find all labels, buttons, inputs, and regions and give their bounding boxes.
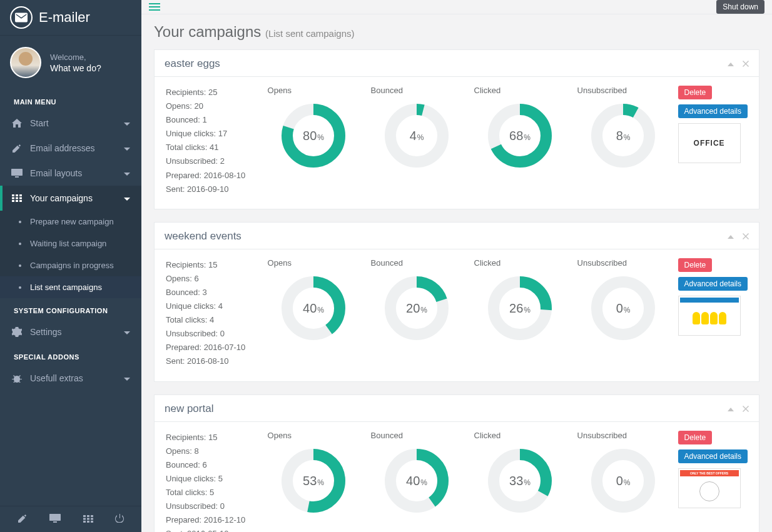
donut-chart: 40% xyxy=(382,446,451,515)
donut-chart: 68% xyxy=(485,101,554,170)
donut-header-bounced: Bounced xyxy=(368,258,465,268)
donut-chart: 8% xyxy=(589,101,658,170)
close-icon[interactable] xyxy=(743,231,749,241)
chevron-down-icon xyxy=(124,168,130,178)
sub-prepare[interactable]: Prepare new campaign xyxy=(0,211,141,233)
donut-chart: 20% xyxy=(382,274,451,343)
campaign-title: easter eggs xyxy=(165,58,220,70)
menu-header-system: SYSTEM CONFIGURATION xyxy=(0,298,141,319)
donut-chart: 0% xyxy=(589,446,658,515)
foot-grid-icon[interactable] xyxy=(83,514,93,524)
collapse-icon[interactable] xyxy=(728,231,734,241)
campaign-card: new portal Recipients: 15 Opens: 8 Bounc… xyxy=(154,394,759,533)
chevron-down-icon xyxy=(124,143,130,153)
donut-header-opens: Opens xyxy=(265,431,362,440)
donut-header-clicked: Clicked xyxy=(472,86,569,95)
campaign-thumbnail[interactable] xyxy=(678,123,741,163)
details-button[interactable]: Advanced details xyxy=(678,449,748,463)
collapse-icon[interactable] xyxy=(728,59,734,69)
campaign-card: easter eggs Recipients: 25 Opens: 20 Bou… xyxy=(154,49,759,209)
donut-header-clicked: Clicked xyxy=(472,431,569,440)
campaign-title: new portal xyxy=(165,403,213,415)
home-icon xyxy=(11,119,23,128)
donut-chart: 33% xyxy=(485,446,554,515)
donut-header-opens: Opens xyxy=(265,258,362,268)
donut-header-bounced: Bounced xyxy=(368,431,465,440)
foot-edit-icon[interactable] xyxy=(18,514,28,524)
donut-header-unsub: Unsubscribed xyxy=(575,86,672,95)
bug-icon xyxy=(11,374,23,383)
hamburger-icon[interactable] xyxy=(149,1,160,13)
foot-power-icon[interactable] xyxy=(115,514,124,524)
avatar[interactable] xyxy=(10,47,41,78)
delete-button[interactable]: Delete xyxy=(678,86,713,99)
close-icon[interactable] xyxy=(743,59,749,69)
chevron-down-icon xyxy=(124,193,130,203)
monitor-icon xyxy=(11,169,23,178)
campaigns-submenu: Prepare new campaign Waiting list campai… xyxy=(0,211,141,298)
campaign-thumbnail[interactable]: ONLY THE BEST OFFERS xyxy=(678,468,741,508)
donut-header-bounced: Bounced xyxy=(368,86,465,95)
delete-button[interactable]: Delete xyxy=(678,258,713,272)
gear-icon xyxy=(11,327,23,337)
nav-settings[interactable]: Settings xyxy=(0,319,141,344)
footer-icons xyxy=(0,506,141,532)
chevron-down-icon xyxy=(124,373,130,383)
donut-chart: 53% xyxy=(279,446,348,515)
sub-progress[interactable]: Campaigns in progress xyxy=(0,254,141,276)
donut-chart: 80% xyxy=(279,101,348,170)
donut-header-unsub: Unsubscribed xyxy=(575,258,672,268)
nav-start[interactable]: Start xyxy=(0,111,141,136)
details-button[interactable]: Advanced details xyxy=(678,277,748,291)
grid-icon xyxy=(11,194,23,203)
foot-monitor-icon[interactable] xyxy=(49,514,61,524)
menu-header-main: MAIN MENU xyxy=(0,89,141,111)
campaign-stats: Recipients: 15 Opens: 6 Bounced: 3 Uniqu… xyxy=(166,258,259,369)
nav-email-layouts[interactable]: Email layouts xyxy=(0,161,141,186)
donut-chart: 4% xyxy=(382,101,451,170)
main-area: Shut down Your campaigns (List sent camp… xyxy=(141,0,772,532)
campaign-title: weekend events xyxy=(165,230,241,243)
sidebar: E-mailer Welcome, What we do? MAIN MENU … xyxy=(0,0,141,532)
app-name: E-mailer xyxy=(39,9,90,26)
nav-your-campaigns[interactable]: Your campaigns xyxy=(0,186,141,211)
donut-header-opens: Opens xyxy=(265,86,362,95)
donut-chart: 0% xyxy=(589,274,658,343)
chevron-down-icon xyxy=(124,118,130,128)
sub-sent[interactable]: List sent campaigns xyxy=(0,276,141,298)
close-icon[interactable] xyxy=(743,404,749,414)
donut-chart: 40% xyxy=(279,274,348,343)
nav-email-addresses[interactable]: Email addresses xyxy=(0,136,141,161)
edit-icon xyxy=(11,144,23,153)
profile-block: Welcome, What we do? xyxy=(0,36,141,89)
donut-header-unsub: Unsubscribed xyxy=(575,431,672,440)
sub-waiting[interactable]: Waiting list campaign xyxy=(0,233,141,254)
shutdown-button[interactable]: Shut down xyxy=(716,0,764,14)
collapse-icon[interactable] xyxy=(728,404,734,414)
profile-who[interactable]: What we do? xyxy=(50,63,101,73)
campaign-stats: Recipients: 15 Opens: 8 Bounced: 6 Uniqu… xyxy=(166,431,259,533)
campaign-stats: Recipients: 25 Opens: 20 Bounced: 1 Uniq… xyxy=(166,86,259,196)
campaign-thumbnail[interactable] xyxy=(678,296,741,336)
donut-header-clicked: Clicked xyxy=(472,258,569,268)
menu-header-addons: SPECIAL ADDONS xyxy=(0,344,141,366)
nav-extras[interactable]: Usefull extras xyxy=(0,366,141,391)
page-subtitle: (List sent campaigns) xyxy=(265,28,355,39)
topbar: Shut down xyxy=(141,0,772,14)
welcome-text: Welcome, xyxy=(50,53,101,62)
chevron-down-icon xyxy=(124,327,130,337)
main-nav: Start Email addresses Email layouts Your… xyxy=(0,111,141,211)
delete-button[interactable]: Delete xyxy=(678,431,713,444)
envelope-icon xyxy=(10,6,33,29)
details-button[interactable]: Advanced details xyxy=(678,104,748,118)
donut-chart: 26% xyxy=(485,274,554,343)
app-logo[interactable]: E-mailer xyxy=(0,0,141,36)
campaign-card: weekend events Recipients: 15 Opens: 6 B… xyxy=(154,222,759,382)
page-title: Your campaigns (List sent campaigns) xyxy=(154,23,759,41)
